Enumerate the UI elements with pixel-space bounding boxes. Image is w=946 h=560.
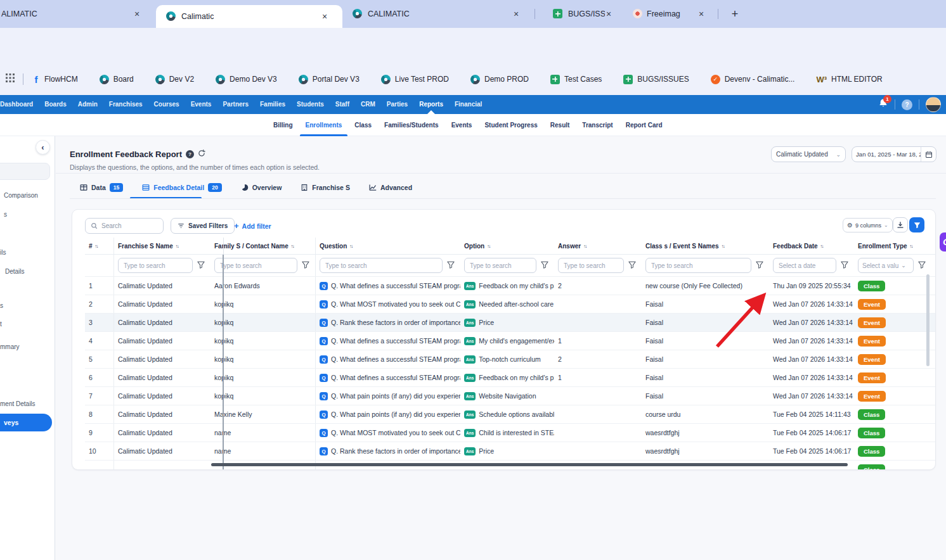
bookmark-item[interactable]: Test Cases (550, 75, 602, 84)
tab-franchise[interactable]: Franchise S (301, 184, 350, 191)
browser-tab-active[interactable]: Calimatic × (156, 5, 342, 28)
sidebar-item-enrollment-surveys[interactable]: veys (0, 414, 52, 431)
navbar-item[interactable]: Franchises (107, 95, 145, 114)
bookmark-item[interactable]: BUGS/ISSUES (623, 75, 689, 84)
bookmark-item[interactable]: W³ HTML EDITOR (816, 75, 882, 84)
sort-icon[interactable]: ↑↓ (722, 243, 725, 249)
table-row[interactable]: 2 Calimatic Updated kopikq QQ. What MOST… (85, 295, 936, 314)
sidebar-item[interactable]: s (4, 211, 7, 218)
navbar-item[interactable]: Parties (385, 95, 410, 114)
column-header[interactable]: Question ↑↓ (316, 238, 460, 254)
sort-icon[interactable]: ↑↓ (95, 243, 98, 249)
browser-tab[interactable]: BUGS/ISS × (540, 0, 621, 28)
bookmark-item[interactable]: Portal Dev V3 (299, 75, 360, 84)
calendar-icon[interactable] (921, 147, 936, 162)
table-row[interactable]: 4 Calimatic Updated kopikq QQ. What defi… (85, 332, 936, 350)
bookmark-item[interactable]: Board (100, 75, 134, 84)
funnel-icon[interactable] (302, 260, 309, 271)
close-icon[interactable]: × (699, 9, 704, 19)
column-filter-input[interactable] (320, 258, 443, 273)
sort-icon[interactable]: ↑↓ (291, 243, 294, 249)
navbar-item[interactable]: Admin (76, 95, 100, 114)
sort-icon[interactable]: ↑↓ (487, 243, 490, 249)
subnav-item[interactable]: Transcript (580, 114, 614, 136)
apps-grid-icon[interactable] (5, 73, 15, 86)
bookmark-item[interactable]: ✓ Devenv - Calimatic... (711, 75, 795, 84)
sort-icon[interactable]: ↑↓ (176, 243, 179, 249)
navbar-item[interactable]: Staff (334, 95, 351, 114)
subnav-item[interactable]: Events (450, 114, 474, 136)
browser-tab[interactable]: Freeimag × (624, 0, 710, 28)
navbar-item[interactable]: Courses (152, 95, 181, 114)
sidebar-item[interactable]: Comparison (4, 192, 38, 199)
sort-icon[interactable]: ↑↓ (349, 243, 353, 249)
franchise-select[interactable]: Calimatic Updated ⌄ (771, 146, 846, 162)
tab-advanced[interactable]: Advanced (369, 184, 412, 191)
subnav-item[interactable]: Billing (271, 114, 295, 136)
sidebar-search-input[interactable] (0, 163, 50, 180)
column-filter-input[interactable] (214, 258, 297, 273)
column-filter-input[interactable] (645, 258, 751, 273)
column-filter-input[interactable] (773, 258, 836, 273)
bookmark-item[interactable]: Demo PROD (470, 75, 529, 84)
table-row[interactable]: 8 Calimatic Updated Maxine Kelly QQ. Wha… (85, 405, 936, 424)
browser-tab[interactable]: ALIMATIC × (0, 0, 156, 28)
floating-widget[interactable]: C (940, 232, 946, 251)
subnav-item[interactable]: Student Progress (483, 114, 539, 136)
tab-data[interactable]: Data 15 (80, 183, 123, 192)
close-icon[interactable]: × (322, 11, 327, 22)
funnel-icon[interactable] (918, 260, 926, 271)
navbar-item[interactable]: CRM (359, 95, 377, 114)
tab-feedback-detail[interactable]: Feedback Detail 20 (142, 183, 221, 192)
funnel-icon[interactable] (447, 260, 455, 271)
column-filter-input[interactable] (118, 258, 193, 273)
column-header[interactable]: # ↑↓ (85, 238, 114, 254)
column-header[interactable]: Franchise S Name ↑↓ (114, 238, 211, 254)
refresh-icon[interactable] (198, 148, 205, 160)
help-icon[interactable]: ? (902, 99, 912, 110)
table-row[interactable]: 10 Calimatic Updated name QQ. Rank these… (85, 442, 936, 461)
new-tab-button[interactable]: + (727, 6, 743, 22)
table-row[interactable]: 9 Calimatic Updated name QQ. What MOST m… (85, 424, 936, 442)
browser-tab[interactable]: CALIMATIC × (342, 0, 531, 28)
table-row[interactable]: 3 Calimatic Updated kopikq QQ. Rank thes… (85, 314, 936, 332)
close-icon[interactable]: × (134, 9, 139, 19)
navbar-item[interactable]: Financial (453, 95, 484, 114)
funnel-icon[interactable] (628, 260, 636, 271)
sidebar-item[interactable]: ils (0, 249, 6, 256)
saved-filters-button[interactable]: Saved Filters (171, 218, 235, 234)
column-header[interactable]: Family S / Contact Name ↑↓ (211, 238, 316, 254)
add-filter-button[interactable]: + Add filter (234, 218, 271, 234)
sort-icon[interactable]: ↑↓ (820, 243, 824, 249)
navbar-item[interactable]: Reports (417, 95, 445, 114)
column-filter-input[interactable] (464, 258, 536, 273)
navbar-item[interactable]: Partners (221, 95, 250, 114)
sidebar-item[interactable]: t (0, 321, 2, 328)
bookmark-item[interactable]: Live Test PROD (381, 75, 449, 84)
funnel-icon[interactable] (756, 260, 763, 271)
funnel-icon[interactable] (197, 260, 205, 271)
subnav-item[interactable]: Result (548, 114, 572, 136)
subnav-item[interactable]: Enrollments (304, 114, 344, 136)
navbar-item[interactable]: Families (258, 95, 287, 114)
subnav-item[interactable]: Report Card (624, 114, 664, 136)
column-filter-input[interactable] (558, 258, 624, 273)
table-search-input[interactable]: Search (85, 218, 164, 234)
horizontal-scrollbar[interactable] (211, 463, 848, 466)
sidebar-item[interactable]: s (0, 302, 3, 309)
subnav-item[interactable]: Families/Students (382, 114, 441, 136)
navbar-item[interactable]: Students (295, 95, 326, 114)
filter-button[interactable] (909, 217, 924, 232)
sort-icon[interactable]: ↑↓ (583, 243, 586, 249)
funnel-icon[interactable] (541, 260, 548, 271)
bookmark-item[interactable]: f FlowHCM (32, 74, 78, 85)
tab-overview[interactable]: Overview (241, 184, 282, 191)
sidebar-collapse-button[interactable]: ‹ (36, 140, 50, 155)
funnel-icon[interactable] (841, 260, 848, 271)
sidebar-item[interactable]: Details (5, 268, 25, 275)
close-icon[interactable]: × (606, 9, 611, 19)
bookmark-item[interactable]: Demo Dev V3 (216, 75, 277, 84)
bookmark-item[interactable]: Dev V2 (155, 75, 194, 84)
sidebar-item[interactable]: ment Details (0, 400, 36, 407)
notifications-bell-icon[interactable]: 1 (878, 98, 888, 111)
